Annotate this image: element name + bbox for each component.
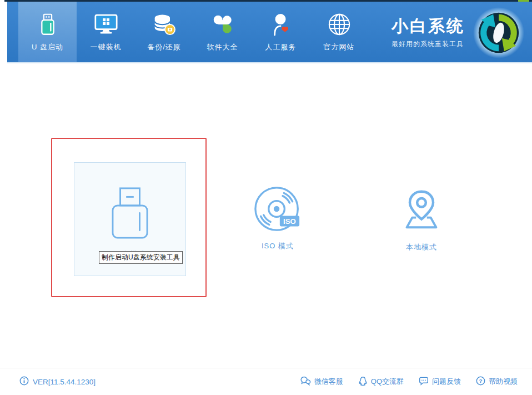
help-icon: ? [476, 376, 485, 387]
iso-mode-card[interactable]: ISO ISO 模式 [239, 186, 317, 251]
svg-text:?: ? [479, 378, 482, 384]
wechat-icon [300, 376, 311, 387]
tab-official-website[interactable]: 官方网站 [310, 2, 368, 62]
iso-disc-icon: ISO [253, 186, 302, 234]
app-window: U 盘启动 一键装机 [0, 0, 532, 395]
software-grid-icon [212, 11, 233, 38]
tab-usb-boot[interactable]: U 盘启动 [18, 2, 77, 62]
qq-group-link[interactable]: QQ交流群 [358, 376, 404, 388]
iso-badge: ISO [283, 217, 296, 226]
version-info: VER[11.5.44.1230] [19, 376, 96, 387]
link-label: 微信客服 [314, 377, 343, 387]
feedback-link[interactable]: 问题反馈 [419, 376, 461, 387]
link-label: 问题反馈 [432, 377, 461, 387]
link-label: 帮助视频 [489, 377, 518, 387]
qq-penguin-icon [358, 376, 368, 388]
usb-mode-tooltip: 制作启动U盘系统安装工具 [99, 251, 183, 264]
help-video-link[interactable]: ? 帮助视频 [476, 376, 518, 387]
monitor-windows-icon [94, 11, 118, 38]
local-mode-label: 本地模式 [406, 242, 437, 252]
wechat-service-link[interactable]: 微信客服 [300, 376, 343, 387]
location-pin-icon [397, 184, 446, 236]
tab-label: 一键装机 [91, 42, 122, 52]
iso-mode-label: ISO 模式 [262, 241, 294, 251]
tab-label: 备份/还原 [147, 42, 181, 52]
brand-logo-icon [473, 7, 525, 59]
status-bar: VER[11.5.44.1230] 微信客服 QQ交流群 [0, 368, 532, 395]
version-text: VER[11.5.44.1230] [33, 378, 96, 386]
brand-title: 小白系统 [392, 17, 465, 36]
globe-icon [328, 11, 351, 38]
local-mode-card[interactable]: 本地模式 [383, 184, 460, 252]
tab-software-collection[interactable]: 软件大全 [193, 2, 252, 62]
tab-label: 软件大全 [207, 42, 238, 52]
service-person-icon [270, 11, 292, 38]
feedback-bubble-icon [419, 376, 429, 387]
tab-manual-service[interactable]: 人工服务 [252, 2, 310, 62]
tab-label: 官方网站 [324, 42, 355, 52]
usb-mode-icon [106, 186, 154, 242]
tab-one-click-install[interactable]: 一键装机 [77, 2, 135, 62]
info-icon [19, 376, 29, 387]
tab-backup-restore[interactable]: 备份/还原 [135, 2, 193, 62]
link-label: QQ交流群 [371, 377, 404, 387]
usb-drive-icon [39, 11, 57, 38]
brand-block: 小白系统 最好用的系统重装工具 [392, 2, 525, 63]
tab-label: U 盘启动 [32, 42, 63, 52]
status-links: 微信客服 QQ交流群 [300, 376, 518, 388]
top-navbar: U 盘启动 一键装机 [7, 2, 532, 63]
tab-label: 人工服务 [265, 42, 297, 52]
backup-database-icon [153, 11, 176, 38]
brand-tagline: 最好用的系统重装工具 [392, 39, 465, 49]
